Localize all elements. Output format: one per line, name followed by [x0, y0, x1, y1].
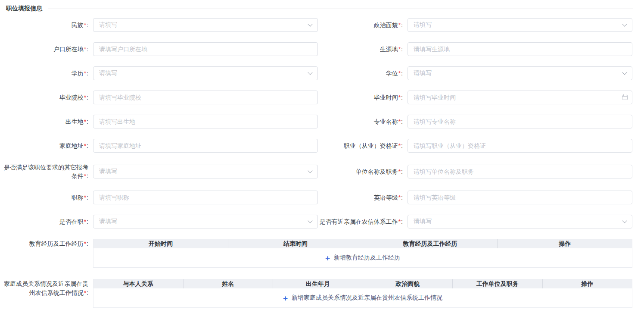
graduation-date-input[interactable]: [408, 91, 632, 104]
field-label: 教育经历及工作经历*:: [0, 239, 88, 268]
family-members-section: 家庭成员关系情况及近亲属在贵州农信系统工作情况*: 与本人关系 姓名 出生年月 …: [0, 279, 644, 308]
label-colon: :: [87, 70, 88, 77]
label-colon: :: [87, 142, 88, 149]
label-text: 专业名称: [374, 118, 398, 125]
english-level-input[interactable]: [408, 191, 632, 204]
form-item-ethnicity: 民族*: 请填写: [0, 18, 318, 32]
form-item-job-title: 职称*:: [0, 191, 318, 204]
form-row: 职称*: 英语等级*:: [0, 191, 644, 204]
label-colon: :: [87, 240, 88, 247]
label-colon: :: [401, 168, 403, 175]
label-text: 教育经历及工作经历: [29, 240, 84, 247]
required-mark: *: [398, 218, 401, 225]
label-colon: :: [401, 70, 403, 77]
ethnicity-select[interactable]: 请填写: [93, 18, 318, 32]
label-text: 政治面貌: [374, 22, 398, 28]
add-button-label: 新增家庭成员关系情况及近亲属在贵州农信系统工作情况: [292, 294, 442, 302]
plus-icon: +: [283, 294, 288, 302]
form-item-company-position: 单位名称及职务*:: [318, 163, 632, 180]
label-text: 家庭成员关系情况及近亲属在贵州农信系统工作情况: [4, 280, 88, 296]
required-mark: *: [398, 118, 401, 125]
job-title-input[interactable]: [93, 191, 318, 204]
required-mark: *: [84, 172, 86, 179]
page-title: 职位填报信息: [6, 5, 42, 13]
form-item-origin-place: 生源地*:: [318, 42, 632, 56]
political-status-select[interactable]: 请填写: [408, 18, 632, 32]
origin-place-input[interactable]: [408, 42, 632, 56]
form-row: 民族*: 请填写 政治面貌*: 请填写: [0, 18, 644, 32]
label-text: 家庭地址: [59, 142, 84, 149]
table-header-row: 与本人关系 姓名 出生年月 政治面貌 工作单位及职务 操作: [93, 279, 632, 288]
label-colon: :: [401, 118, 403, 125]
form-item-relatives-in-rcc: 是否有近亲属在农信体系工作*: 请填写: [318, 215, 632, 228]
form-item-political-status: 政治面貌*: 请填写: [318, 18, 632, 32]
home-address-input[interactable]: [93, 139, 318, 153]
required-mark: *: [84, 142, 86, 149]
household-location-input[interactable]: [93, 42, 318, 56]
label-colon: :: [401, 218, 403, 225]
form-row: 户口所在地*: 生源地*:: [0, 42, 644, 56]
form-item-graduate-school: 毕业院校*:: [0, 91, 318, 104]
label-text: 出生地: [65, 118, 84, 125]
column-header: 政治面貌: [363, 279, 453, 288]
required-mark: *: [398, 142, 401, 149]
form-item-education: 学历*: 请填写: [0, 66, 318, 80]
form-row: 是否在职*: 请填写 是否有近亲属在农信体系工作*: 请填写: [0, 215, 644, 228]
required-mark: *: [398, 168, 401, 175]
select-placeholder: 请填写: [99, 168, 117, 175]
field-label: 毕业时间*:: [318, 93, 403, 102]
select-placeholder: 请填写: [414, 21, 432, 29]
form-item-home-address: 家庭地址*:: [0, 139, 318, 153]
column-header: 与本人关系: [93, 279, 184, 288]
select-placeholder: 请填写: [99, 21, 117, 29]
table-body: + 新增家庭成员关系情况及近亲属在贵州农信系统工作情况: [93, 288, 632, 307]
field-label: 毕业院校*:: [0, 93, 88, 102]
label-text: 学历: [72, 70, 84, 77]
select-placeholder: 请填写: [414, 218, 432, 225]
education-select[interactable]: 请填写: [93, 66, 318, 80]
form-item-graduation-date: 毕业时间*:: [318, 91, 632, 104]
required-mark: *: [84, 240, 86, 247]
label-colon: :: [401, 142, 403, 149]
form-row: 是否满足该职位要求的其它报考条件*: 请填写 单位名称及职务*:: [0, 163, 644, 180]
degree-select[interactable]: 请填写: [408, 66, 632, 80]
relatives-in-rcc-select[interactable]: 请填写: [408, 215, 632, 228]
section-header: 职位填报信息: [0, 0, 644, 13]
chevron-down-icon: [308, 70, 312, 75]
field-label: 是否有近亲属在农信体系工作*:: [318, 217, 403, 226]
add-family-member-button[interactable]: + 新增家庭成员关系情况及近亲属在贵州农信系统工作情况: [283, 294, 442, 302]
field-label: 是否在职*:: [0, 217, 88, 226]
birthplace-input[interactable]: [93, 115, 318, 128]
education-experience-table: 开始时间 结束时间 教育经历及工作经历 操作 + 新增教育经历及工作经历: [93, 239, 632, 268]
major-name-input[interactable]: [408, 115, 632, 128]
required-mark: *: [84, 46, 86, 53]
label-text: 职业（从业）资格证: [344, 142, 398, 149]
label-colon: :: [87, 94, 88, 101]
calendar-icon: [622, 94, 628, 100]
table-header-row: 开始时间 结束时间 教育经历及工作经历 操作: [93, 239, 632, 248]
required-mark: *: [84, 22, 86, 28]
table-body: + 新增教育经历及工作经历: [93, 248, 632, 267]
label-text: 英语等级: [374, 194, 398, 201]
required-mark: *: [398, 22, 401, 28]
qualification-cert-input[interactable]: [408, 139, 632, 153]
column-header: 操作: [498, 239, 632, 248]
label-colon: :: [87, 218, 88, 225]
field-label: 专业名称*:: [318, 117, 403, 126]
graduate-school-input[interactable]: [93, 91, 318, 104]
required-mark: *: [84, 218, 86, 225]
field-label: 民族*:: [0, 21, 88, 29]
column-header: 工作单位及职务: [453, 279, 543, 288]
label-colon: :: [87, 172, 88, 179]
other-requirements-select[interactable]: 请填写: [93, 165, 318, 178]
select-placeholder: 请填写: [99, 69, 117, 77]
label-text: 生源地: [380, 46, 398, 53]
field-label: 家庭成员关系情况及近亲属在贵州农信系统工作情况*:: [0, 279, 88, 308]
form-item-employment-status: 是否在职*: 请填写: [0, 215, 318, 228]
label-colon: :: [87, 289, 88, 296]
employment-status-select[interactable]: 请填写: [93, 215, 318, 228]
column-header: 教育经历及工作经历: [363, 239, 498, 248]
add-education-experience-button[interactable]: + 新增教育经历及工作经历: [325, 254, 400, 262]
company-position-input[interactable]: [408, 165, 632, 178]
label-colon: :: [87, 22, 88, 28]
